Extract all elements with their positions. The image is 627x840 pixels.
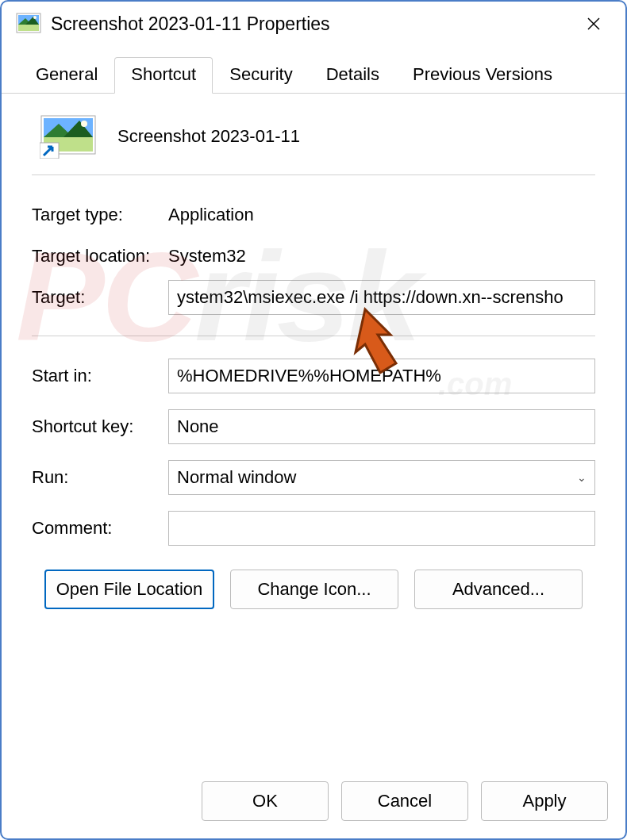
label-target-location: Target location: [32, 246, 168, 267]
row-target-location: Target location: System32 [32, 236, 595, 277]
tab-general[interactable]: General [19, 57, 114, 94]
row-shortcut-key: Shortcut key: [32, 406, 595, 447]
shortcut-key-input[interactable] [168, 409, 595, 444]
row-target-type: Target type: Application [32, 194, 595, 236]
row-target: Target: [32, 277, 595, 318]
shortcut-file-icon [40, 114, 97, 159]
start-in-input[interactable] [168, 359, 595, 393]
target-input[interactable] [168, 280, 595, 315]
shortcut-name: Screenshot 2023-01-11 [117, 126, 300, 147]
change-icon-button[interactable]: Change Icon... [230, 570, 398, 609]
value-target-location: System32 [168, 246, 246, 267]
tab-details[interactable]: Details [310, 57, 396, 94]
label-target-type: Target type: [32, 205, 168, 225]
ok-button[interactable]: OK [202, 781, 329, 821]
row-comment: Comment: [32, 508, 595, 549]
value-target-type: Application [168, 205, 254, 225]
run-select[interactable]: Normal window ⌄ [168, 460, 595, 495]
row-run: Run: Normal window ⌄ [32, 457, 595, 498]
tab-strip: General Shortcut Security Details Previo… [2, 44, 625, 94]
label-shortcut-key: Shortcut key: [32, 416, 168, 437]
file-icon [16, 11, 41, 36]
svg-point-13 [81, 121, 87, 127]
tab-shortcut[interactable]: Shortcut [114, 57, 213, 94]
tab-previous-versions[interactable]: Previous Versions [396, 57, 569, 94]
window-title: Screenshot 2023-01-11 Properties [51, 13, 576, 35]
properties-dialog: Screenshot 2023-01-11 Properties General… [0, 0, 627, 840]
run-select-value: Normal window [177, 467, 296, 488]
svg-rect-4 [18, 25, 39, 31]
apply-button[interactable]: Apply [481, 781, 608, 821]
open-file-location-button[interactable]: Open File Location [44, 570, 214, 609]
close-button[interactable] [576, 10, 611, 38]
cancel-button[interactable]: Cancel [341, 781, 468, 821]
comment-input[interactable] [168, 511, 595, 546]
tab-content: Screenshot 2023-01-11 Target type: Appli… [2, 94, 625, 769]
row-start-in: Start in: [32, 355, 595, 397]
label-run: Run: [32, 467, 168, 488]
label-target: Target: [32, 287, 168, 308]
tab-security[interactable]: Security [213, 57, 309, 94]
label-comment: Comment: [32, 518, 168, 539]
action-buttons: Open File Location Change Icon... Advanc… [32, 549, 595, 609]
dialog-footer: OK Cancel Apply [2, 769, 625, 838]
shortcut-header: Screenshot 2023-01-11 [32, 109, 595, 175]
advanced-button[interactable]: Advanced... [414, 570, 583, 609]
chevron-down-icon: ⌄ [577, 471, 587, 484]
label-start-in: Start in: [32, 366, 168, 386]
titlebar: Screenshot 2023-01-11 Properties [2, 2, 625, 44]
svg-point-5 [33, 16, 37, 19]
